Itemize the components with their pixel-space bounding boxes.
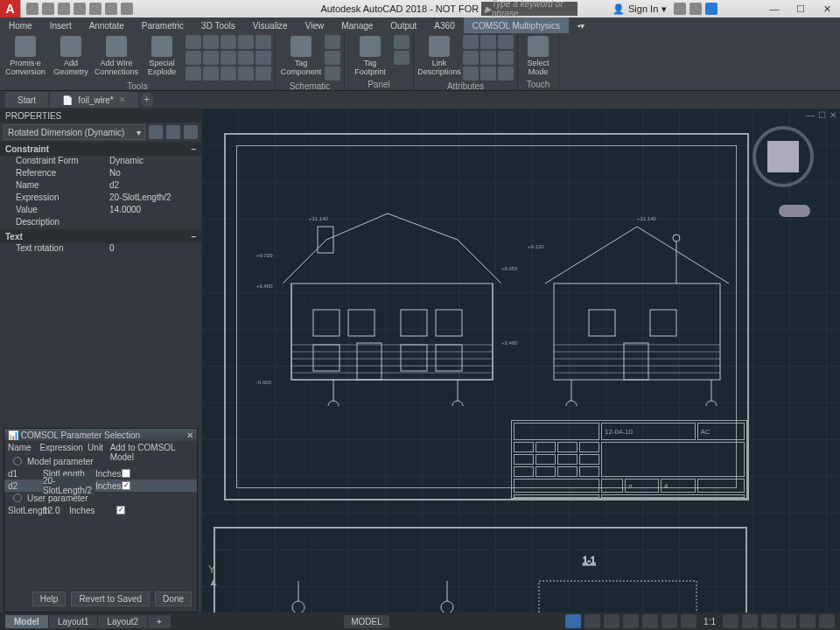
special-explode-button[interactable]: Special Explode [140, 35, 184, 79]
sch-sm-3[interactable] [325, 66, 340, 80]
close-tab-icon[interactable]: ✕ [119, 95, 126, 104]
ortho-toggle-icon[interactable] [604, 614, 620, 628]
tool-sm-6[interactable] [186, 51, 201, 65]
prop-textrotation-value[interactable]: 0 [109, 243, 201, 256]
attr-sm-7[interactable] [463, 66, 479, 80]
qat-open-icon[interactable] [42, 3, 54, 15]
prop-value-value[interactable]: 14.0000 [109, 205, 201, 217]
comsol-title-bar[interactable]: 📊 COMSOL Parameter Selection✕ [4, 429, 197, 441]
vp-min-icon[interactable]: — [806, 110, 815, 120]
add-tab-button[interactable]: + [140, 93, 154, 107]
layouttab-add[interactable]: + [148, 615, 172, 628]
qat-print-icon[interactable] [89, 3, 102, 15]
link-descriptions-button[interactable]: Link Descriptions [417, 35, 461, 79]
tool-sm-4[interactable] [238, 35, 254, 49]
vp-max-icon[interactable]: ☐ [818, 110, 826, 120]
prop-name-value[interactable]: d2 [109, 180, 201, 192]
selectobjects-icon[interactable] [184, 125, 198, 139]
tool-sm-5[interactable] [256, 35, 271, 49]
grid-toggle-icon[interactable] [565, 614, 581, 628]
tab-view[interactable]: View [297, 18, 333, 33]
tool-sm-13[interactable] [220, 66, 236, 80]
doctab-start[interactable]: Start [5, 92, 48, 108]
exchange-icon[interactable] [674, 3, 686, 15]
signin-button[interactable]: 👤 Sign In ▾ [612, 4, 667, 15]
doctab-foilwire[interactable]: 📄 foil_wire*✕ [50, 92, 138, 108]
promise-conversion-button[interactable]: Promis·e Conversion [4, 35, 47, 79]
tool-sm-12[interactable] [203, 66, 219, 80]
done-button[interactable]: Done [155, 592, 192, 606]
checkbox-d2[interactable] [122, 481, 130, 490]
tool-sm-2[interactable] [203, 35, 219, 49]
workspace-icon[interactable] [742, 614, 758, 628]
tag-component-button[interactable]: Tag Component [279, 35, 323, 79]
tab-comsol[interactable]: COMSOL Multiphysics [464, 18, 569, 33]
qat-save-icon[interactable] [58, 3, 70, 15]
drawing-canvas[interactable]: —☐✕ [201, 108, 840, 612]
add-wire-button[interactable]: Add Wire Connections [94, 35, 138, 79]
pnl-sm-1[interactable] [394, 35, 410, 49]
param-row-d2[interactable]: d220-SlotLength/2Inches [4, 480, 197, 492]
layouttab-layout1[interactable]: Layout1 [49, 615, 99, 628]
tag-footprint-button[interactable]: Tag Footprint [348, 35, 392, 79]
app-logo[interactable]: A [0, 0, 21, 18]
stay-connected-icon[interactable] [690, 3, 702, 15]
cleanscreen-icon[interactable] [800, 614, 816, 628]
attr-sm-5[interactable] [480, 51, 496, 65]
param-row-d1[interactable]: d1SlotLengthInches [4, 467, 197, 480]
radio-icon[interactable] [13, 457, 22, 466]
layouttab-model[interactable]: Model [5, 615, 49, 628]
pnl-sm-2[interactable] [394, 51, 410, 65]
qat-new-icon[interactable] [26, 3, 38, 15]
tool-sm-7[interactable] [203, 51, 219, 65]
attr-sm-3[interactable] [498, 35, 514, 49]
minimize-button[interactable]: — [761, 0, 788, 18]
tool-sm-10[interactable] [256, 51, 271, 65]
viewcube[interactable] [752, 126, 814, 187]
tab-home[interactable]: Home [0, 18, 41, 33]
radio-icon[interactable] [13, 494, 22, 502]
anno-toggle-icon[interactable] [723, 614, 738, 628]
qat-redo-icon[interactable] [121, 3, 133, 15]
sch-sm-1[interactable] [325, 35, 340, 49]
help-search-input[interactable]: ▶ Type a keyword or phrase [481, 2, 578, 16]
customize-icon[interactable] [819, 614, 835, 628]
nav-bar[interactable] [779, 205, 810, 217]
prop-expression-value[interactable]: 20-SlotLength/2 [109, 192, 201, 205]
tool-sm-14[interactable] [238, 66, 254, 80]
quickselect-icon[interactable] [149, 125, 163, 139]
osnap-toggle-icon[interactable] [642, 614, 658, 628]
pickadd-icon[interactable] [166, 125, 180, 139]
tool-sm-9[interactable] [238, 51, 254, 65]
add-geometry-button[interactable]: Add Geometry [49, 35, 93, 79]
qat-saveas-icon[interactable] [74, 3, 86, 15]
object-type-selector[interactable]: Rotated Dimension (Dynamic)▾ [4, 124, 145, 140]
tab-output[interactable]: Output [382, 18, 425, 33]
select-mode-button[interactable]: Select Mode [522, 35, 555, 79]
snap-toggle-icon[interactable] [584, 614, 600, 628]
isolate-icon[interactable] [780, 614, 796, 628]
vp-close-icon[interactable]: ✕ [830, 110, 836, 120]
tool-sm-15[interactable] [256, 66, 271, 80]
attr-sm-9[interactable] [498, 66, 514, 80]
tab-manage[interactable]: Manage [332, 18, 382, 33]
scale-readout[interactable]: 1:1 [700, 617, 719, 626]
tab-visualize[interactable]: Visualize [244, 18, 297, 33]
hardware-accel-icon[interactable] [761, 614, 777, 628]
tab-3dtools[interactable]: 3D Tools [192, 18, 244, 33]
attr-sm-2[interactable] [480, 35, 496, 49]
attr-sm-4[interactable] [463, 51, 479, 65]
section-constraint[interactable]: Constraint– [0, 142, 201, 156]
tool-sm-1[interactable] [186, 35, 201, 49]
tab-insert[interactable]: Insert [41, 18, 80, 33]
qat-undo-icon[interactable] [105, 3, 117, 15]
maximize-button[interactable]: ☐ [788, 0, 814, 18]
prop-reference-value[interactable]: No [109, 168, 201, 180]
tool-sm-3[interactable] [220, 35, 236, 49]
close-button[interactable]: ✕ [814, 0, 840, 18]
polar-toggle-icon[interactable] [623, 614, 639, 628]
group-user-parameter[interactable]: User parameter [4, 492, 197, 504]
attr-sm-8[interactable] [480, 66, 496, 80]
section-text[interactable]: Text– [0, 229, 201, 243]
group-model-parameter[interactable]: Model parameter [4, 455, 197, 467]
